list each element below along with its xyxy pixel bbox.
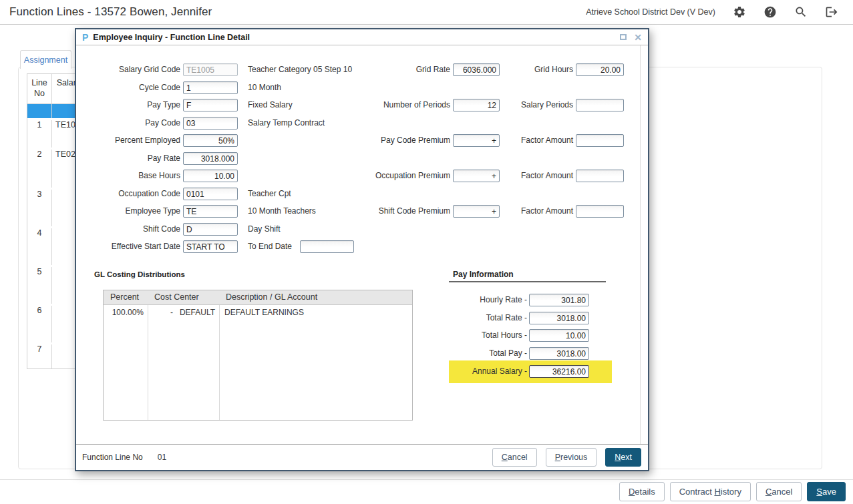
grid-hours-input[interactable] — [576, 63, 624, 76]
total-hours-input[interactable] — [529, 329, 589, 342]
pay-rate-input[interactable] — [183, 152, 238, 165]
pay-information-heading: Pay Information — [453, 270, 514, 279]
pay-type-label: Pay Type — [80, 99, 180, 111]
page-title: Function Lines - 13572 Bowen, Jennifer — [9, 5, 212, 19]
total-pay-input[interactable] — [529, 347, 589, 360]
occupation-premium-select[interactable] — [453, 170, 500, 182]
total-hours-label: Total Hours - — [393, 329, 527, 342]
employee-type-input[interactable] — [183, 205, 238, 218]
factor-amount-1-label: Factor Amount — [500, 134, 573, 147]
occupation-code-input[interactable] — [183, 188, 238, 200]
dialog-title: Employee Inquiry - Function Line Detail — [93, 33, 250, 42]
salary-grid-code-input[interactable] — [183, 63, 238, 76]
maximize-icon[interactable] — [620, 34, 627, 40]
function-line-no-value: 01 — [158, 453, 166, 462]
cancel-button[interactable]: Cancel — [756, 482, 802, 501]
factor-amount-3-input[interactable] — [576, 205, 624, 218]
help-icon[interactable] — [763, 5, 777, 19]
percent-employed-label: Percent Employed — [80, 134, 180, 147]
grid-rate-input[interactable] — [453, 63, 500, 76]
cycle-code-input[interactable] — [183, 81, 238, 94]
col-header-line-no: Line No — [27, 74, 52, 103]
pay-code-premium-label: Pay Code Premium — [350, 134, 450, 147]
details-button[interactable]: Details — [619, 482, 665, 501]
pay-type-input[interactable] — [183, 99, 238, 111]
pay-code-input[interactable] — [183, 117, 238, 130]
contract-history-button[interactable]: Contract History — [670, 482, 751, 501]
total-rate-input[interactable] — [529, 312, 589, 324]
hourly-rate-input[interactable] — [529, 294, 589, 306]
cancel-button[interactable]: Cancel — [492, 448, 537, 467]
total-rate-label: Total Rate - — [393, 312, 527, 324]
to-end-date-label: To End Date — [248, 240, 292, 253]
header-right: Atrieve School District Dev (V Dev) — [586, 5, 853, 19]
employee-type-desc: 10 Month Teachers — [248, 205, 316, 218]
footer-divider — [0, 479, 853, 480]
gl-col-cost-center: Cost Center — [148, 290, 219, 304]
salary-grid-code-label: Salary Grid Code — [80, 63, 180, 76]
shift-code-label: Shift Code — [80, 223, 180, 236]
app-header: Function Lines - 13572 Bowen, Jennifer A… — [0, 0, 853, 25]
shift-code-premium-select[interactable] — [453, 205, 500, 218]
function-line-no-label: Function Line No — [82, 453, 143, 462]
salary-periods-label: Salary Periods — [500, 99, 573, 111]
gl-table-header: Percent Cost Center Description / GL Acc… — [104, 290, 412, 305]
close-icon[interactable]: ✕ — [634, 34, 642, 41]
effective-start-date-label: Effective Start Date — [80, 240, 180, 253]
salary-grid-code-desc: Teacher Category 05 Step 10 — [248, 63, 352, 76]
cycle-code-desc: 10 Month — [248, 81, 281, 94]
pay-code-label: Pay Code — [80, 117, 180, 130]
gl-row-cost-center[interactable]: DEFAULT — [148, 308, 215, 317]
content-divider — [640, 45, 641, 444]
app-logo-icon: P — [82, 32, 88, 43]
number-of-periods-label: Number of Periods — [350, 99, 450, 111]
grid-hours-label: Grid Hours — [500, 63, 573, 76]
factor-amount-2-input[interactable] — [576, 170, 624, 182]
shift-code-desc: Day Shift — [248, 223, 281, 236]
save-button[interactable]: Save — [807, 482, 846, 501]
dialog-footer: Function Line No 01 Cancel Previous Next — [76, 444, 648, 470]
base-hours-input[interactable] — [183, 170, 238, 182]
search-icon[interactable] — [794, 5, 808, 19]
gl-costing-table: Percent Cost Center Description / GL Acc… — [103, 290, 413, 421]
hourly-rate-label: Hourly Rate - — [393, 294, 527, 306]
base-hours-label: Base Hours — [80, 170, 180, 182]
total-pay-label: Total Pay - — [393, 347, 527, 360]
employee-type-label: Employee Type — [80, 205, 180, 218]
pay-type-desc: Fixed Salary — [248, 99, 293, 111]
occupation-code-label: Occupation Code — [80, 188, 180, 200]
tab-assignment[interactable]: Assignment — [20, 50, 71, 69]
percent-employed-input[interactable] — [183, 134, 238, 147]
pay-information-rule — [449, 281, 606, 282]
settings-icon[interactable] — [733, 5, 746, 19]
employee-inquiry-dialog: P Employee Inquiry - Function Line Detai… — [75, 28, 649, 471]
pay-code-desc: Salary Temp Contract — [248, 117, 325, 130]
environment-label: Atrieve School District Dev (V Dev) — [586, 7, 715, 17]
gl-row-description[interactable]: DEFAULT EARNINGS — [224, 308, 304, 317]
gl-costing-heading: GL Costing Distributions — [94, 270, 185, 278]
number-of-periods-input[interactable] — [453, 99, 500, 111]
end-date-input[interactable] — [300, 240, 354, 253]
gl-col-description: Description / GL Account — [219, 290, 412, 304]
shift-code-premium-label: Shift Code Premium — [350, 205, 450, 218]
annual-salary-input[interactable] — [529, 365, 589, 378]
cycle-code-label: Cycle Code — [80, 81, 180, 94]
dialog-titlebar[interactable]: P Employee Inquiry - Function Line Detai… — [76, 29, 648, 45]
page-footer: Details Contract History Cancel Save — [0, 482, 853, 501]
pay-code-premium-select[interactable] — [453, 134, 500, 147]
next-button[interactable]: Next — [605, 448, 641, 467]
factor-amount-2-label: Factor Amount — [500, 170, 573, 182]
effective-start-date-input[interactable] — [183, 240, 238, 253]
factor-amount-3-label: Factor Amount — [500, 205, 573, 218]
logout-icon[interactable] — [825, 5, 838, 19]
occupation-code-desc: Teacher Cpt — [248, 188, 291, 200]
previous-button[interactable]: Previous — [546, 448, 597, 467]
annual-salary-label: Annual Salary - — [393, 365, 527, 378]
pay-rate-label: Pay Rate — [80, 152, 180, 165]
occupation-premium-label: Occupation Premium — [350, 170, 450, 182]
grid-rate-label: Grid Rate — [350, 63, 450, 76]
gl-row-percent[interactable]: 100.00% — [104, 308, 144, 317]
salary-periods-input[interactable] — [576, 99, 624, 111]
shift-code-input[interactable] — [183, 223, 238, 236]
factor-amount-1-input[interactable] — [576, 134, 624, 147]
